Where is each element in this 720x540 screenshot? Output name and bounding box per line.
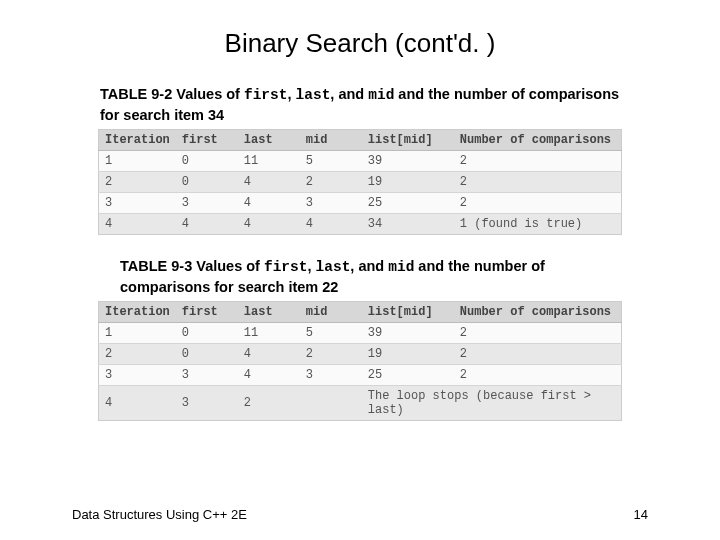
table-cell: 2: [454, 172, 622, 193]
table-header-cell: first: [176, 130, 238, 151]
footer: Data Structures Using C++ 2E 14: [72, 507, 648, 522]
table-cell: 2: [99, 344, 176, 365]
footer-left: Data Structures Using C++ 2E: [72, 507, 247, 522]
footer-right: 14: [634, 507, 648, 522]
table-cell: 1: [99, 323, 176, 344]
table-cell: 2: [300, 344, 362, 365]
table-row: 3343252: [99, 365, 622, 386]
table-cell: 4: [238, 193, 300, 214]
table-cell: 34: [362, 214, 454, 235]
table-row: 10115392: [99, 151, 622, 172]
caption-text: ,: [287, 86, 295, 102]
table1-caption: TABLE 9-2 Values of first, last, and mid…: [100, 85, 620, 125]
table-cell: 2: [454, 193, 622, 214]
table1: Iterationfirstlastmidlist[mid]Number of …: [98, 129, 622, 235]
table-cell: 3: [176, 365, 238, 386]
table-header-cell: Iteration: [99, 130, 176, 151]
table-row: 432The loop stops (because first > last): [99, 386, 622, 421]
table-cell: 11: [238, 151, 300, 172]
table-header-cell: Number of comparisons: [454, 130, 622, 151]
table-cell: 3: [300, 193, 362, 214]
code-last: last: [296, 87, 331, 103]
table-cell: 5: [300, 151, 362, 172]
table-cell: 4: [99, 214, 176, 235]
table-cell: 1 (found is true): [454, 214, 622, 235]
table-cell: 4: [176, 214, 238, 235]
table-cell: 4: [238, 365, 300, 386]
table-header-cell: first: [176, 302, 238, 323]
table-row: 10115392: [99, 323, 622, 344]
table-header-row: Iterationfirstlastmidlist[mid]Number of …: [99, 130, 622, 151]
table-cell: 0: [176, 172, 238, 193]
table-cell: 11: [238, 323, 300, 344]
caption-text: , and: [350, 258, 388, 274]
table-cell: 3: [176, 386, 238, 421]
table-cell: 2: [454, 365, 622, 386]
table-cell: 2: [300, 172, 362, 193]
table-cell: 0: [176, 323, 238, 344]
table-header-cell: list[mid]: [362, 130, 454, 151]
caption-text: TABLE 9-2 Values of: [100, 86, 244, 102]
table-cell: 4: [238, 214, 300, 235]
page-title: Binary Search (cont'd. ): [0, 28, 720, 59]
table-cell: 19: [362, 172, 454, 193]
table-cell: 39: [362, 323, 454, 344]
table-cell: 3: [300, 365, 362, 386]
table-cell: 4: [300, 214, 362, 235]
table-row: 4444341 (found is true): [99, 214, 622, 235]
table-cell: 2: [454, 323, 622, 344]
table-cell: 4: [238, 172, 300, 193]
table-cell: 4: [238, 344, 300, 365]
table-cell: 3: [99, 193, 176, 214]
table-row: 2042192: [99, 344, 622, 365]
code-first: first: [264, 259, 308, 275]
code-first: first: [244, 87, 288, 103]
table-header-cell: list[mid]: [362, 302, 454, 323]
code-last: last: [316, 259, 351, 275]
table2-caption: TABLE 9-3 Values of first, last, and mid…: [120, 257, 620, 297]
table-cell: 0: [176, 344, 238, 365]
table-header-cell: Iteration: [99, 302, 176, 323]
table-cell: 3: [176, 193, 238, 214]
table-cell: 5: [300, 323, 362, 344]
table-cell: 2: [99, 172, 176, 193]
code-mid: mid: [368, 87, 394, 103]
table-cell: 2: [454, 151, 622, 172]
table-header-cell: mid: [300, 130, 362, 151]
table-cell: 2: [238, 386, 300, 421]
table2: Iterationfirstlastmidlist[mid]Number of …: [98, 301, 622, 421]
table-cell: 0: [176, 151, 238, 172]
table-cell: 2: [454, 344, 622, 365]
caption-text: , and: [330, 86, 368, 102]
table-cell: 39: [362, 151, 454, 172]
table-header-cell: mid: [300, 302, 362, 323]
table-cell: 3: [99, 365, 176, 386]
table-header-cell: last: [238, 130, 300, 151]
table-row: 2042192: [99, 172, 622, 193]
table-cell: 4: [99, 386, 176, 421]
caption-text: ,: [307, 258, 315, 274]
table-cell: 19: [362, 344, 454, 365]
table-cell: 1: [99, 151, 176, 172]
table-header-cell: Number of comparisons: [454, 302, 622, 323]
caption-text: TABLE 9-3 Values of: [120, 258, 264, 274]
table-cell: 25: [362, 193, 454, 214]
table-cell: [300, 386, 362, 421]
table-cell: 25: [362, 365, 454, 386]
code-mid: mid: [388, 259, 414, 275]
table-header-cell: last: [238, 302, 300, 323]
table-header-row: Iterationfirstlastmidlist[mid]Number of …: [99, 302, 622, 323]
table-row: 3343252: [99, 193, 622, 214]
table-cell: The loop stops (because first > last): [362, 386, 622, 421]
